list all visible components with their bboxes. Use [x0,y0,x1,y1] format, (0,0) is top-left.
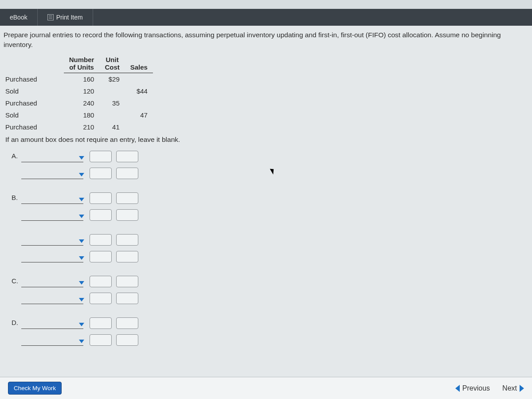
credit-input[interactable] [116,234,138,246]
credit-input[interactable] [116,151,138,162]
account-select[interactable] [21,168,83,179]
account-select[interactable] [21,252,83,262]
account-select[interactable] [21,277,83,287]
credit-input[interactable] [116,251,138,262]
chevron-right-icon [520,385,524,392]
row-units: 180 [64,109,100,121]
ebook-button[interactable]: eBook [0,9,38,26]
content-area: Prepare journal entries to record the fo… [0,26,532,377]
entry-label-d: D. [12,319,21,329]
debit-input[interactable] [90,192,112,204]
col-cost: Unit Cost [99,54,125,73]
credit-input[interactable] [116,168,138,179]
chevron-down-icon[interactable] [79,215,84,218]
table-row: Purchased 210 41 [4,121,153,133]
nav-group: Previous Next [455,384,524,392]
blank-entry-note: If an amount box does not require an ent… [5,136,528,144]
credit-input[interactable] [116,293,138,304]
chevron-down-icon[interactable] [79,173,84,176]
chevron-down-icon[interactable] [79,239,84,243]
col-units-l1: Number [69,56,94,63]
previous-button[interactable]: Previous [455,384,490,392]
chevron-down-icon[interactable] [79,340,84,343]
col-cost-l2: Cost [105,63,119,71]
next-label: Next [502,384,517,392]
row-label: Purchased [4,73,64,86]
row-cost [99,109,125,121]
row-units: 120 [64,85,100,97]
chevron-down-icon[interactable] [79,281,84,285]
entry-label-blank [12,176,21,179]
chevron-down-icon[interactable] [79,256,84,260]
check-my-work-button[interactable]: Check My Work [8,382,62,395]
account-select[interactable] [21,152,83,162]
account-select[interactable] [21,193,83,204]
entry-row [12,332,528,346]
row-label: Sold [4,85,64,97]
entry-row: D. [12,315,528,329]
chevron-down-icon[interactable] [79,298,84,301]
row-sales [125,73,153,86]
row-cost [99,85,125,97]
col-blank [4,54,64,73]
account-select[interactable] [21,318,83,329]
entry-row: B. [12,190,528,204]
account-select[interactable] [21,235,83,246]
ebook-label: eBook [10,14,27,21]
print-item-button[interactable]: Print Item [38,9,93,26]
debit-input[interactable] [90,276,112,287]
account-select[interactable] [21,335,83,346]
row-label: Purchased [4,97,64,109]
chevron-down-icon[interactable] [79,156,84,160]
entry-label-blank [12,343,21,346]
instructions-line2: inventory. [4,41,33,48]
entry-row: A. [12,148,528,162]
row-sales [125,97,153,109]
instructions: Prepare journal entries to record the fo… [4,30,528,50]
debit-input[interactable] [90,209,112,221]
table-row: Purchased 240 35 [4,97,153,109]
account-select[interactable] [21,293,83,304]
credit-input[interactable] [116,192,138,204]
entry-label-c: C. [12,277,21,287]
row-sales: 47 [125,109,153,121]
entry-row [12,290,528,304]
col-cost-l1: Unit [106,56,118,63]
debit-input[interactable] [90,334,112,346]
instructions-line1: Prepare journal entries to record the fo… [4,31,501,39]
entry-label-blank [12,301,21,304]
credit-input[interactable] [116,317,138,329]
chevron-down-icon[interactable] [79,198,84,201]
debit-input[interactable] [90,293,112,304]
entry-row [12,231,528,246]
table-row: Purchased 160 $29 [4,73,153,86]
credit-input[interactable] [116,276,138,287]
row-units: 160 [64,73,100,86]
debit-input[interactable] [90,151,112,162]
col-sales: Sales [125,54,153,73]
credit-input[interactable] [116,209,138,221]
entry-label-b: B. [12,194,21,204]
debit-input[interactable] [90,251,112,262]
col-units-l2: of Units [69,63,94,71]
entry-label-blank [12,243,21,246]
top-toolbar: eBook Print Item [0,9,532,26]
debit-input[interactable] [90,168,112,179]
row-units: 240 [64,97,100,109]
row-cost: 35 [99,97,125,109]
entry-row [12,165,528,179]
row-sales: $44 [125,85,153,97]
account-select[interactable] [21,210,83,221]
debit-input[interactable] [90,317,112,329]
debit-input[interactable] [90,234,112,246]
chevron-down-icon[interactable] [79,323,84,326]
transactions-table: Number of Units Unit Cost Sales Purchase… [4,54,153,133]
journal-entry-form: A. B. [12,148,528,346]
entry-row [12,207,528,221]
next-button[interactable]: Next [502,384,524,392]
row-sales [125,121,153,133]
previous-label: Previous [462,384,490,392]
table-row: Sold 120 $44 [4,85,153,97]
credit-input[interactable] [116,334,138,346]
chevron-left-icon [455,385,460,392]
